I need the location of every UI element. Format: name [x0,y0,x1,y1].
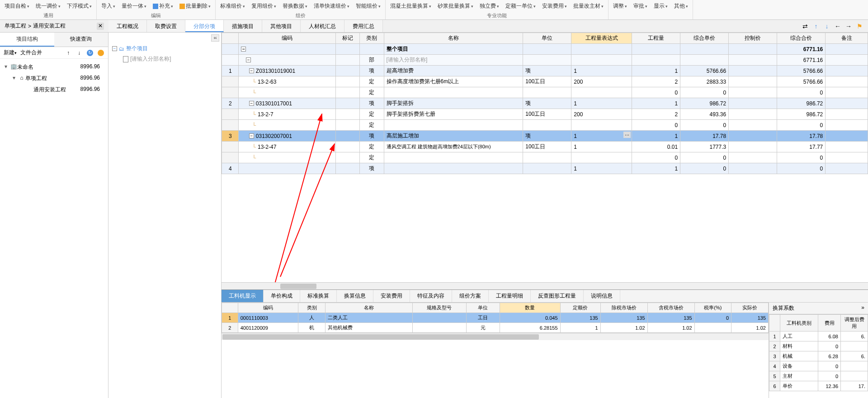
expand-icon[interactable]: ▾ [13,75,18,82]
col-header[interactable]: 实际价 [731,303,769,313]
cell-code[interactable]: −031302007001 [239,131,335,142]
cell-name[interactable]: 整个项目 [384,44,523,55]
cell-unitprice[interactable] [680,44,729,55]
cell-name[interactable]: 二类人工 [325,313,412,323]
col-header[interactable]: 调整后费用 [841,315,868,332]
cell-total[interactable]: 986.72 [777,109,826,120]
left-tab-structure[interactable]: 项目结构 [0,33,54,47]
section-tab[interactable]: 费用汇总 [344,20,383,32]
cell-spec[interactable] [412,313,466,323]
cell-ctrl[interactable] [729,163,777,174]
cell-ctrl[interactable] [729,76,777,87]
cell-unit[interactable] [523,120,571,131]
grid-row[interactable]: −整个项目6771.16 [222,44,868,55]
table-row[interactable]: 5主材0 [769,371,868,381]
cell-unitprice[interactable]: 5766.66 [680,66,729,76]
grid-header[interactable]: 工程量表达式 [571,33,632,44]
cell-mark[interactable] [335,120,360,131]
cell-qty[interactable]: 0 [632,152,680,163]
arrow-up-icon[interactable]: ↑ [812,22,820,30]
refresh-icon[interactable]: ↻ [86,49,94,57]
cell-unit[interactable] [523,44,571,55]
grid-row[interactable]: └13-2-7定脚手架搭拆费第七册100工日2002493.36986.72 [222,109,868,120]
cell-ctrl[interactable] [729,152,777,163]
toolbar-item[interactable]: 定额一单位▾ [503,1,538,11]
main-grid-wrap[interactable]: 编码标记类别名称单位工程量表达式工程量综合单价控制价综合合价备注−整个项目677… [222,33,868,282]
grid-row[interactable]: 1 −Z031301019001项超高增加费项115766.665766.66 [222,66,868,76]
col-header[interactable]: 数量 [500,303,560,313]
cell-code[interactable] [239,163,335,174]
toolbar-item[interactable]: 调整▾ [610,1,630,11]
cell-qty[interactable]: 6.28155 [500,323,560,333]
grid-row[interactable]: └定000 [222,87,868,98]
cell-qty[interactable]: 1 [632,131,680,142]
cell-ctrl[interactable] [729,66,777,76]
cell-code[interactable]: └13-2-63 [239,76,335,87]
expand-icon[interactable]: − [246,57,251,62]
cell-expr[interactable]: 1 [571,98,632,109]
cell-code[interactable]: −Z031301019001 [239,66,335,76]
toolbar-item[interactable]: 项目自检▾ [2,1,32,11]
cell-name[interactable]: 人工 [780,332,818,341]
cell-ctrl[interactable] [729,55,777,66]
toolbar-item[interactable]: 智能组价▾ [353,1,383,11]
toolbar-item[interactable]: 混凝土批量换算▾ [387,1,434,11]
cell-expr[interactable] [571,87,632,98]
cell-category[interactable]: 项 [360,98,384,109]
cell-expr[interactable]: 1 [571,163,632,174]
cell-rn[interactable]: 3 [769,351,780,361]
cell-ctrl[interactable] [729,44,777,55]
cell-unit[interactable]: 项 [523,131,571,142]
cell-unitprice[interactable]: 0 [680,120,729,131]
cell-code[interactable]: − [239,44,335,55]
cell-name[interactable]: 通风空调工程 建筑物超高增加费24层以下(80m) [384,142,523,152]
cell-adj[interactable]: 6. [841,332,868,341]
cell-tp[interactable]: 135 [647,313,694,323]
cell-ap[interactable]: 1.02 [731,323,769,333]
cell-expr[interactable]: 200 [571,109,632,120]
cell-code[interactable]: └ [239,87,335,98]
grid-row[interactable]: └13-2-47定通风空调工程 建筑物超高增加费24层以下(80m)100工日1… [222,142,868,152]
project-tree-node[interactable]: ▾🏢未命名8996.96 [0,62,108,73]
cell-adj[interactable] [841,341,868,351]
bottom-tab[interactable]: 单价构成 [264,290,300,302]
cell-unit[interactable] [523,163,571,174]
cell-qty[interactable]: 1 [632,66,680,76]
cell-expr[interactable]: 1 [571,142,632,152]
cell-category[interactable]: 项 [360,163,384,174]
table-row[interactable]: 2材料0 [769,341,868,351]
cell-name[interactable] [384,120,523,131]
section-tab[interactable]: 措施项目 [224,20,262,32]
grid-row[interactable]: 4 项1100 [222,163,868,174]
grid-header[interactable]: 综合合价 [777,33,826,44]
toolbar-item[interactable]: 批量改主材▾ [571,1,606,11]
cell-category[interactable]: 项 [360,66,384,76]
expand-icon[interactable]: ▾ [5,63,10,71]
table-row[interactable]: 3机械6.286. [769,351,868,361]
h-scrollbar[interactable] [222,282,868,289]
bottom-tab[interactable]: 标准换算 [300,290,337,302]
grid-row[interactable]: └定000 [222,152,868,163]
cell-name[interactable]: 操作高度增加费第七册6m以上 [384,76,523,87]
toolbar-item[interactable]: 导入▾ [99,1,118,11]
cell-unit[interactable]: 工日 [466,313,500,323]
cell-mark[interactable] [335,76,360,87]
up-icon[interactable]: ↑ [65,49,72,57]
cell-qty[interactable]: 2 [632,109,680,120]
cell-qty[interactable]: 1 [632,163,680,174]
cell-fee[interactable]: 0 [818,371,841,381]
cell-total[interactable]: 17.78 [777,131,826,142]
cell-remark[interactable] [826,55,868,66]
table-row[interactable]: 1人工6.086. [769,332,868,341]
cell-rn[interactable]: 1 [222,313,238,323]
cell-mp[interactable]: 1.02 [600,323,647,333]
bottom-tab[interactable]: 工料机显示 [222,290,264,302]
cell-qty[interactable] [632,44,680,55]
cell-category[interactable] [360,44,384,55]
cell-tax[interactable] [694,323,731,333]
cell-adj[interactable]: 6. [841,351,868,361]
swap-icon[interactable]: ⇄ [801,22,809,30]
cell-mark[interactable] [335,66,360,76]
col-header[interactable] [222,303,238,313]
arrow-down-icon[interactable]: ↓ [823,22,831,30]
